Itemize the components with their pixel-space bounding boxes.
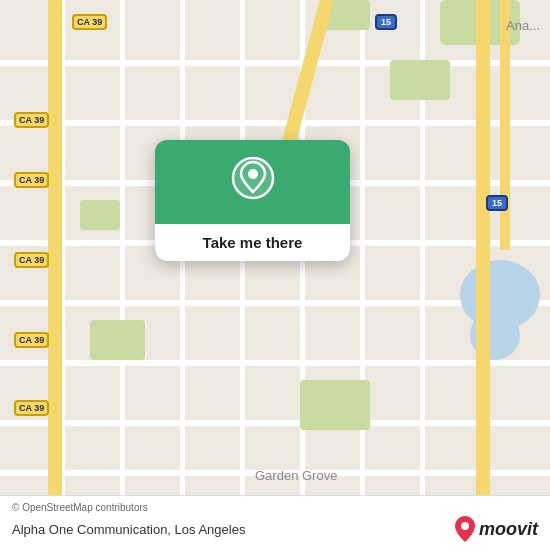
highway-ca39 [48,0,62,550]
moovit-text: moovit [479,519,538,540]
route-badge-i15-1: 15 [375,14,397,30]
map-container: CA 39 CA 39 CA 39 CA 39 CA 39 CA 39 15 1… [0,0,550,550]
route-badge-ca39-4: CA 39 [14,252,49,268]
take-me-there-button[interactable]: Take me there [155,224,350,261]
map-label-garden-grove: Garden Grove [255,468,337,483]
location-pin-icon [231,156,275,200]
bottom-bar: © OpenStreetMap contributors Alpha One C… [0,495,550,550]
park-area [390,60,450,100]
route-badge-ca39-1: CA 39 [72,14,107,30]
place-name: Alpha One Communication, Los Angeles [12,522,245,537]
street-h [0,60,550,66]
highway-i15-2 [500,0,510,250]
svg-point-2 [461,522,469,530]
park-area [80,200,120,230]
route-badge-ca39-2: CA 39 [14,112,49,128]
street-h [0,360,550,366]
route-badge-i15-2: 15 [486,195,508,211]
attribution: © OpenStreetMap contributors [12,502,538,513]
street-v [120,0,125,550]
street-h [0,420,550,426]
street-v [360,0,365,550]
route-badge-ca39-3: CA 39 [14,172,49,188]
highway-i15 [476,0,490,550]
popup-card: Take me there [155,140,350,261]
bottom-bar-bottom: Alpha One Communication, Los Angeles moo… [12,516,538,542]
park-area [90,320,145,360]
park-area [300,380,370,430]
street-h [0,120,550,126]
street-v [180,0,185,550]
moovit-logo: moovit [454,516,538,542]
map-label-ana: Ana... [506,18,540,33]
svg-point-1 [248,169,258,179]
moovit-pin-icon [454,516,476,542]
route-badge-ca39-5: CA 39 [14,332,49,348]
street-v [240,0,245,550]
route-badge-ca39-6: CA 39 [14,400,49,416]
